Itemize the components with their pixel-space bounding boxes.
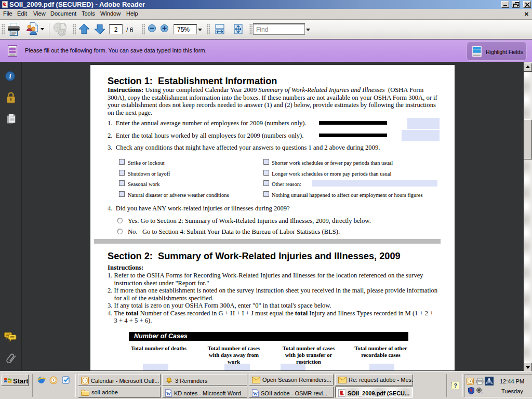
svg-text:W: W (253, 391, 258, 396)
svg-text:i: i (9, 72, 11, 80)
svg-text:W: W (166, 391, 171, 396)
